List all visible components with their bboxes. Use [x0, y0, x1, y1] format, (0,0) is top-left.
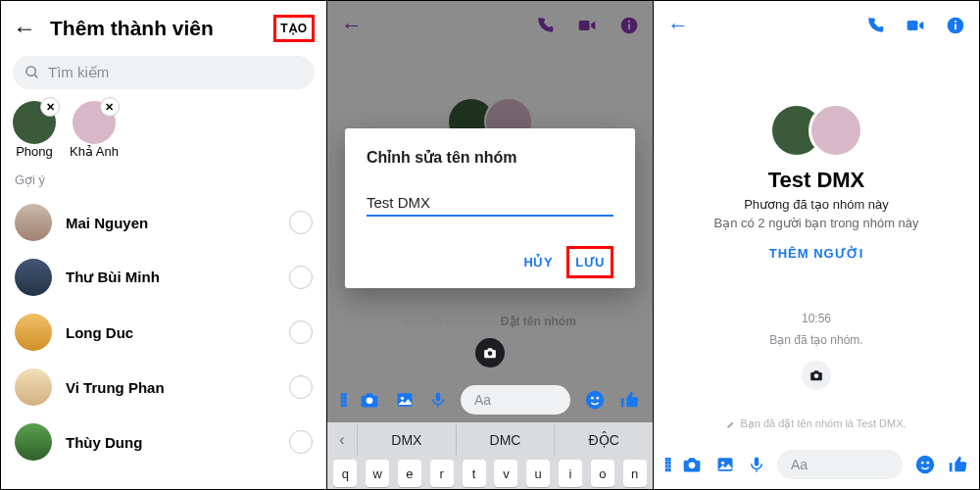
svg-line-1: [34, 74, 37, 77]
select-radio[interactable]: [289, 266, 313, 289]
svg-point-11: [586, 391, 604, 409]
voice-call-icon[interactable]: [865, 16, 885, 35]
mic-icon[interactable]: [748, 454, 765, 475]
camera-button[interactable]: [802, 361, 831, 390]
selected-member-name: Phong: [16, 144, 53, 159]
camera-icon[interactable]: [681, 455, 703, 474]
keyboard: ‹ DMX DMC ĐỘC q w e r t v u i o n: [327, 422, 653, 489]
emoji-icon[interactable]: [914, 454, 936, 475]
apps-icon[interactable]: ⁞⁞: [339, 388, 345, 412]
svg-point-13: [596, 397, 599, 400]
suggestion-name: Thùy Dung: [66, 434, 289, 451]
suggestion-row[interactable]: Thư Bùi Minh: [1, 250, 326, 305]
page-title: Thêm thành viên: [50, 17, 273, 40]
kb-key[interactable]: e: [398, 460, 421, 487]
svg-point-21: [721, 462, 724, 465]
panel-add-members: ← Thêm thành viên TẠO Tìm kiếm ✕ Phong ✕…: [1, 1, 327, 489]
message-input[interactable]: Aa: [777, 450, 903, 479]
avatar: [15, 368, 52, 406]
create-button[interactable]: TẠO: [273, 15, 315, 42]
select-radio[interactable]: [289, 211, 313, 234]
kb-key[interactable]: u: [526, 460, 550, 487]
svg-rect-10: [436, 393, 441, 402]
rename-dialog: Chỉnh sửa tên nhóm HỦY LƯU: [345, 128, 635, 288]
svg-point-12: [591, 397, 594, 400]
suggestion-name: Vi Trung Phan: [66, 379, 289, 396]
suggestion-row[interactable]: Mai Nguyen: [1, 195, 326, 250]
suggestion-row[interactable]: Long Duc: [1, 305, 326, 360]
creator-line: Phương đã tạo nhóm này: [654, 197, 979, 212]
suggestion-row[interactable]: Thùy Dung: [1, 415, 326, 469]
avatar: [15, 423, 52, 461]
panel-group-created: ← Test DMX Phương đã tạo nhóm này Bạn có…: [654, 1, 979, 489]
kb-suggestion[interactable]: DMX: [357, 424, 456, 456]
selected-member[interactable]: ✕ Khả Anh: [70, 101, 119, 159]
back-arrow-icon[interactable]: ←: [13, 15, 36, 42]
message-input[interactable]: Aa: [461, 385, 570, 415]
selected-member-name: Khả Anh: [70, 144, 119, 159]
svg-point-7: [367, 398, 373, 405]
suggestion-name: Long Duc: [66, 324, 289, 341]
timestamp: 10:56: [654, 312, 979, 325]
add-people-button[interactable]: THÊM NGƯỜI: [654, 246, 979, 261]
kb-key[interactable]: r: [430, 460, 454, 487]
info-icon[interactable]: [946, 16, 965, 35]
like-icon[interactable]: [619, 389, 641, 411]
selected-member[interactable]: ✕ Phong: [13, 101, 56, 159]
remove-icon[interactable]: ✕: [40, 97, 60, 117]
group-name-input[interactable]: [367, 192, 613, 217]
avatar: [15, 259, 52, 296]
select-radio[interactable]: [289, 320, 313, 344]
composer-bar: ⁞⁞ Aa: [327, 377, 653, 422]
kb-key[interactable]: q: [333, 460, 357, 487]
group-avatar: [654, 103, 979, 158]
avatar: [15, 314, 52, 351]
svg-point-24: [921, 462, 924, 465]
kb-key[interactable]: w: [366, 460, 389, 487]
friends-count-line: Bạn có 2 người bạn trong nhóm này: [654, 216, 979, 230]
search-input[interactable]: Tìm kiếm: [13, 56, 315, 89]
system-message: Bạn đã tạo nhóm.: [654, 333, 979, 347]
kb-key[interactable]: o: [591, 460, 614, 487]
video-call-icon[interactable]: [905, 16, 926, 35]
suggestions-label: Gợi ý: [1, 169, 326, 195]
edit-icon: [726, 419, 736, 429]
svg-point-9: [401, 397, 404, 400]
save-button[interactable]: LƯU: [566, 246, 613, 278]
suggestion-name: Thư Bùi Minh: [66, 269, 289, 286]
camera-button[interactable]: [475, 338, 505, 368]
suggestion-row[interactable]: Vi Trung Phan: [1, 360, 326, 415]
svg-rect-16: [955, 24, 956, 29]
panel-rename-dialog: ← Bạn đã tạo nhóm. Đặt tên nhóm ⁞⁞: [327, 1, 654, 489]
svg-point-23: [916, 456, 934, 473]
composer-bar: ⁞⁞ Aa: [654, 444, 979, 485]
gallery-icon[interactable]: [394, 390, 416, 410]
camera-icon[interactable]: [359, 390, 380, 410]
apps-icon[interactable]: ⁞⁞: [663, 453, 669, 476]
remove-icon[interactable]: ✕: [100, 97, 120, 117]
cancel-button[interactable]: HỦY: [518, 249, 560, 275]
kb-suggestion[interactable]: DMC: [456, 424, 555, 456]
kb-key[interactable]: n: [623, 460, 647, 487]
kb-key[interactable]: t: [463, 460, 486, 487]
system-message: Bạn đã tạo nhóm. Đặt tên nhóm: [327, 309, 653, 336]
svg-point-19: [689, 463, 696, 469]
chevron-left-icon[interactable]: ‹: [327, 431, 357, 449]
select-radio[interactable]: [289, 430, 313, 454]
like-icon[interactable]: [948, 454, 969, 475]
kb-key[interactable]: v: [494, 460, 517, 487]
svg-point-17: [955, 21, 956, 23]
emoji-icon[interactable]: [584, 389, 606, 411]
gallery-icon[interactable]: [714, 455, 736, 474]
kb-key[interactable]: i: [559, 460, 582, 487]
select-radio[interactable]: [289, 375, 313, 399]
svg-rect-22: [755, 458, 760, 466]
suggestion-name: Mai Nguyen: [66, 215, 289, 231]
kb-suggestion[interactable]: ĐỘC: [554, 424, 653, 456]
mic-icon[interactable]: [429, 389, 447, 411]
dialog-title: Chỉnh sửa tên nhóm: [367, 148, 613, 167]
selected-members-row: ✕ Phong ✕ Khả Anh: [1, 101, 326, 169]
svg-rect-14: [907, 21, 918, 30]
search-placeholder: Tìm kiếm: [48, 64, 109, 81]
back-arrow-icon[interactable]: ←: [667, 13, 689, 38]
